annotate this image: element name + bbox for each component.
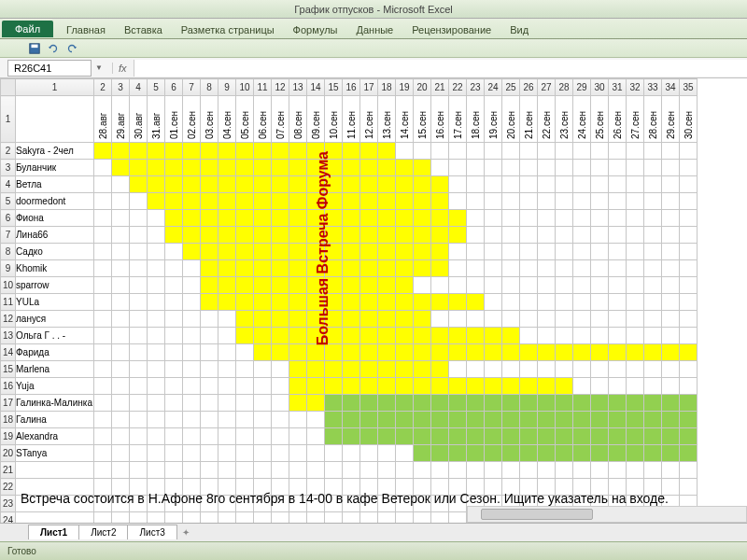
gantt-cell[interactable] (591, 428, 609, 445)
person-name-cell[interactable]: лануся (16, 311, 94, 328)
gantt-cell[interactable] (627, 344, 644, 361)
row-header[interactable]: 22 (1, 479, 16, 496)
gantt-cell[interactable] (573, 193, 591, 210)
gantt-cell[interactable] (201, 193, 218, 210)
date-header-cell[interactable]: 04.сен (218, 96, 236, 143)
date-header-cell[interactable]: 06.сен (254, 96, 272, 143)
gantt-cell[interactable] (343, 244, 360, 260)
gantt-cell[interactable] (360, 277, 378, 294)
gantt-cell[interactable] (272, 361, 289, 378)
gantt-cell[interactable] (218, 143, 236, 160)
gantt-cell[interactable] (360, 328, 378, 344)
gantt-cell[interactable] (307, 412, 325, 428)
gantt-cell[interactable] (485, 244, 502, 260)
gantt-cell[interactable] (520, 361, 538, 378)
gantt-cell[interactable] (148, 277, 165, 294)
gantt-cell[interactable] (591, 227, 609, 244)
gantt-cell[interactable] (343, 378, 360, 395)
gantt-cell[interactable] (236, 412, 254, 428)
gantt-cell[interactable] (609, 260, 627, 277)
date-header-cell[interactable]: 31.авг (148, 96, 165, 143)
gantt-cell[interactable] (591, 378, 609, 395)
column-header[interactable]: 2 (94, 79, 112, 96)
gantt-cell[interactable] (609, 311, 627, 328)
gantt-cell[interactable] (165, 193, 183, 210)
date-header-cell[interactable]: 20.сен (502, 96, 520, 143)
gantt-cell[interactable] (165, 361, 183, 378)
gantt-cell[interactable] (680, 260, 698, 277)
gantt-cell[interactable] (94, 277, 112, 294)
gantt-cell[interactable] (378, 344, 396, 361)
gantt-cell[interactable] (556, 160, 573, 176)
gantt-cell[interactable] (148, 428, 165, 445)
gantt-cell[interactable] (236, 193, 254, 210)
gantt-cell[interactable] (236, 244, 254, 260)
gantt-cell[interactable] (360, 344, 378, 361)
row-header[interactable]: 2 (1, 143, 16, 160)
gantt-cell[interactable] (485, 428, 502, 445)
gantt-cell[interactable] (538, 227, 556, 244)
gantt-cell[interactable] (378, 428, 396, 445)
column-header[interactable]: 22 (449, 79, 467, 96)
gantt-cell[interactable] (112, 445, 130, 462)
gantt-cell[interactable] (591, 143, 609, 160)
gantt-cell[interactable] (254, 344, 272, 361)
gantt-cell[interactable] (183, 210, 201, 227)
gantt-cell[interactable] (236, 260, 254, 277)
gantt-cell[interactable] (272, 412, 289, 428)
gantt-cell[interactable] (343, 445, 360, 462)
gantt-cell[interactable] (254, 210, 272, 227)
gantt-cell[interactable] (307, 260, 325, 277)
gantt-cell[interactable] (644, 193, 662, 210)
gantt-cell[interactable] (360, 160, 378, 176)
gantt-cell[interactable] (538, 210, 556, 227)
gantt-cell[interactable] (556, 395, 573, 412)
gantt-cell[interactable] (254, 193, 272, 210)
gantt-cell[interactable] (627, 244, 644, 260)
gantt-cell[interactable] (680, 344, 698, 361)
column-header[interactable]: 30 (591, 79, 609, 96)
column-header[interactable]: 3 (112, 79, 130, 96)
gantt-cell[interactable] (431, 260, 449, 277)
date-header-cell[interactable]: 07.сен (272, 96, 289, 143)
gantt-cell[interactable] (662, 378, 680, 395)
gantt-cell[interactable] (112, 227, 130, 244)
gantt-cell[interactable] (627, 277, 644, 294)
ribbon-tab[interactable]: Разметка страницы (172, 21, 284, 38)
gantt-cell[interactable] (343, 395, 360, 412)
gantt-cell[interactable] (272, 210, 289, 227)
row-header[interactable]: 3 (1, 160, 16, 176)
gantt-cell[interactable] (325, 143, 343, 160)
gantt-cell[interactable] (467, 344, 485, 361)
gantt-cell[interactable] (236, 294, 254, 311)
column-header[interactable]: 34 (662, 79, 680, 96)
gantt-cell[interactable] (431, 160, 449, 176)
gantt-cell[interactable] (662, 412, 680, 428)
gantt-cell[interactable] (591, 244, 609, 260)
person-name-cell[interactable]: Marlena (16, 361, 94, 378)
gantt-cell[interactable] (307, 277, 325, 294)
gantt-cell[interactable] (378, 260, 396, 277)
gantt-cell[interactable] (130, 344, 148, 361)
gantt-cell[interactable] (201, 328, 218, 344)
gantt-cell[interactable] (325, 378, 343, 395)
gantt-cell[interactable] (183, 361, 201, 378)
gantt-cell[interactable] (467, 445, 485, 462)
gantt-cell[interactable] (289, 227, 307, 244)
gantt-cell[interactable] (573, 176, 591, 193)
gantt-cell[interactable] (591, 445, 609, 462)
gantt-cell[interactable] (183, 227, 201, 244)
gantt-cell[interactable] (94, 260, 112, 277)
gantt-cell[interactable] (148, 294, 165, 311)
gantt-cell[interactable] (609, 227, 627, 244)
date-header-cell[interactable]: 12.сен (360, 96, 378, 143)
gantt-cell[interactable] (573, 160, 591, 176)
column-header[interactable]: 25 (502, 79, 520, 96)
gantt-cell[interactable] (573, 311, 591, 328)
row-header[interactable]: 10 (1, 277, 16, 294)
gantt-cell[interactable] (94, 227, 112, 244)
date-header-cell[interactable]: 24.сен (573, 96, 591, 143)
gantt-cell[interactable] (94, 160, 112, 176)
row-header[interactable]: 8 (1, 244, 16, 260)
gantt-cell[interactable] (662, 227, 680, 244)
